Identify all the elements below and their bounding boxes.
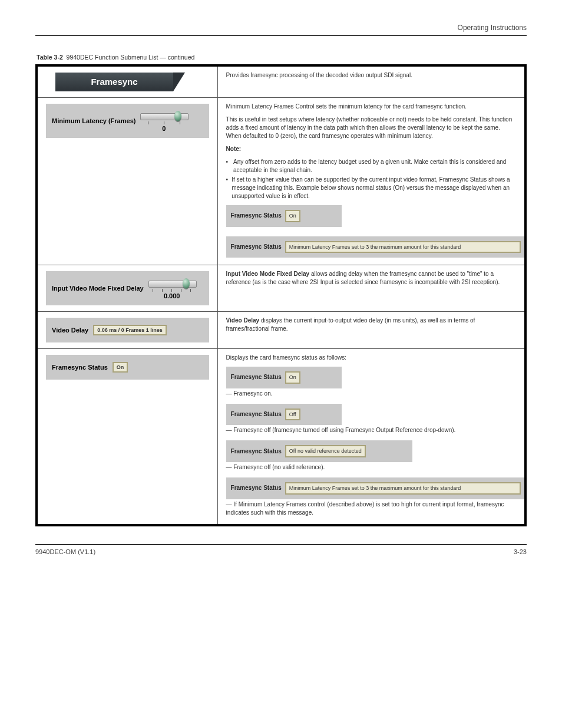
row2-desc: Minimum Latency Frames Control sets the … xyxy=(218,98,524,265)
header-right: Operating Instructions xyxy=(458,24,527,32)
video-delay-panel: Video Delay 0.06 ms / 0 Frames 1 lines xyxy=(46,318,209,342)
footer-left: 9940DEC-OM (V1.1) xyxy=(35,548,95,555)
framesync-tab[interactable]: Framesync xyxy=(55,73,173,91)
status-label: Framesync Status xyxy=(52,364,108,371)
framesync-status-panel-left: Framesync Status On xyxy=(46,355,209,380)
min-latency-panel: Minimum Latency (Frames) 0 xyxy=(46,104,209,138)
status-desc: — If Minimum Latency Frames control (des… xyxy=(226,500,516,517)
status-value: Off xyxy=(285,409,300,421)
status-desc: — Framesync off (framesync turned off us… xyxy=(226,426,516,434)
fixed-delay-panel: Input Video Mode Fixed Delay 0.000 xyxy=(46,271,209,305)
status-value: Off no valid reference detected xyxy=(285,445,366,457)
status-value: Minimum Latency Frames set to 3 the maxi… xyxy=(285,241,521,253)
status-value: Minimum Latency Frames set to 3 the maxi… xyxy=(285,482,521,495)
min-latency-value: 0 xyxy=(140,125,187,132)
status-label: Framesync Status xyxy=(231,373,282,381)
status-desc: — Framesync off (no valid reference). xyxy=(226,463,516,472)
top-rule xyxy=(35,35,527,36)
footer-right: 3-23 xyxy=(514,548,527,555)
min-latency-slider[interactable]: 0 xyxy=(140,111,193,131)
fixed-delay-label: Input Video Mode Fixed Delay xyxy=(52,285,144,292)
fixed-delay-slider[interactable]: 0.000 xyxy=(148,278,201,298)
row5-desc: Displays the card framesync status as fo… xyxy=(218,349,524,523)
status-label: Framesync Status xyxy=(231,484,282,492)
bottom-rule xyxy=(35,544,527,545)
row3-desc: Input Video Mode Fixed Delay allows addi… xyxy=(218,265,524,296)
status-label: Framesync Status xyxy=(231,447,282,456)
min-latency-label: Minimum Latency (Frames) xyxy=(52,117,135,124)
video-delay-value: 0.06 ms / 0 Frames 1 lines xyxy=(93,325,167,335)
row4-desc: Video Delay displays the current input-t… xyxy=(218,312,524,342)
video-delay-label: Video Delay xyxy=(52,327,88,334)
status-value: On xyxy=(285,210,300,222)
main-table: Framesync Provides framesync processing … xyxy=(35,64,527,526)
status-label: Framesync Status xyxy=(231,410,282,419)
status-value: On xyxy=(113,362,128,373)
row1-desc: Provides framesync processing of the dec… xyxy=(218,67,524,84)
status-value: On xyxy=(285,371,300,384)
status-label: Framesync Status xyxy=(231,243,282,251)
fixed-delay-value: 0.000 xyxy=(148,292,196,299)
status-label: Framesync Status xyxy=(231,212,282,220)
table-caption: Table 3-2 9940DEC Function Submenu List … xyxy=(35,54,527,61)
status-desc: — Framesync on. xyxy=(226,390,516,398)
